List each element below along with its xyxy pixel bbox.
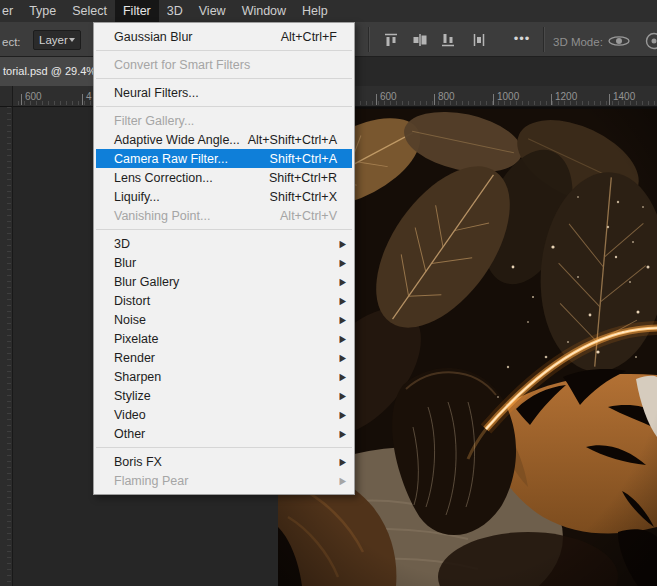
menu-separator — [96, 447, 352, 448]
menu-item-vanishing-point: Vanishing Point...Alt+Ctrl+V — [94, 206, 354, 225]
ruler-major-tick — [82, 94, 83, 105]
menu-item-stylize[interactable]: Stylize▶ — [94, 386, 354, 405]
3d-mode-label: 3D Mode: — [553, 36, 603, 48]
menu-separator — [96, 78, 352, 79]
roll-3d-icon[interactable] — [642, 32, 657, 54]
document-tab-title: torial.psd @ 29.4% — [3, 65, 96, 77]
menu-item-label: Liquify... — [114, 190, 160, 204]
menu-item-video[interactable]: Video▶ — [94, 405, 354, 424]
menu-item-shortcut: Shift+Ctrl+A — [270, 152, 337, 166]
menu-item-label: Camera Raw Filter... — [114, 152, 228, 166]
align-horizontal-centers-button[interactable] — [412, 32, 428, 48]
menu-item-label: 3D — [114, 237, 130, 251]
menu-item-label: Blur — [114, 256, 136, 270]
menu-item-label: Pixelate — [114, 332, 158, 346]
menu-item-other[interactable]: Other▶ — [94, 424, 354, 443]
submenu-arrow-icon: ▶ — [339, 409, 346, 421]
select-label: ect: — [2, 36, 21, 48]
menu-item-liquify[interactable]: Liquify...Shift+Ctrl+X — [94, 187, 354, 206]
ruler-label: 1400 — [613, 91, 635, 102]
ruler-label: 4 — [86, 91, 92, 102]
submenu-arrow-icon: ▶ — [339, 456, 346, 468]
menu-item-label: Adaptive Wide Angle... — [114, 133, 240, 147]
menu-item-label: Noise — [114, 313, 146, 327]
ruler-major-tick — [376, 94, 377, 105]
menu-item-sharpen[interactable]: Sharpen▶ — [94, 367, 354, 386]
menu-item-camera-raw-filter[interactable]: Camera Raw Filter...Shift+Ctrl+A — [96, 149, 352, 168]
menu-item-distort[interactable]: Distort▶ — [94, 291, 354, 310]
submenu-arrow-icon: ▶ — [339, 276, 346, 288]
vertical-ruler — [0, 107, 13, 586]
submenu-arrow-icon: ▶ — [339, 257, 346, 269]
menu-item-label: Neural Filters... — [114, 86, 199, 100]
menubar-item-filter[interactable]: Filter — [115, 0, 159, 22]
menu-item-shortcut: Alt+Shift+Ctrl+A — [248, 133, 337, 147]
photoshop-window: erTypeSelectFilter3DViewWindowHelp ect: … — [0, 0, 657, 586]
menu-item-label: Distort — [114, 294, 150, 308]
menubar-item-select[interactable]: Select — [64, 0, 115, 22]
menubar-item-er[interactable]: er — [0, 0, 21, 22]
menu-item-pixelate[interactable]: Pixelate▶ — [94, 329, 354, 348]
ruler-major-tick — [551, 94, 552, 105]
menu-bar: erTypeSelectFilter3DViewWindowHelp — [0, 0, 657, 22]
menu-item-label: Convert for Smart Filters — [114, 58, 250, 72]
ruler-major-tick — [609, 94, 610, 105]
menu-item-label: Lens Correction... — [114, 171, 213, 185]
menu-item-render[interactable]: Render▶ — [94, 348, 354, 367]
ruler-label: 600 — [380, 91, 397, 102]
menu-item-adaptive-wide-angle[interactable]: Adaptive Wide Angle...Alt+Shift+Ctrl+A — [94, 130, 354, 149]
ruler-major-tick — [21, 94, 22, 105]
menu-item-label: Other — [114, 427, 145, 441]
menu-item-flaming-pear: Flaming Pear▶ — [94, 471, 354, 490]
chevron-down-icon — [69, 38, 75, 42]
menu-item-label: Blur Gallery — [114, 275, 179, 289]
menubar-item-type[interactable]: Type — [21, 0, 64, 22]
menu-item-shortcut: Shift+Ctrl+X — [270, 190, 337, 204]
menu-item-label: Boris FX — [114, 455, 162, 469]
menubar-item-view[interactable]: View — [191, 0, 234, 22]
submenu-arrow-icon: ▶ — [339, 295, 346, 307]
submenu-arrow-icon: ▶ — [339, 314, 346, 326]
menu-item-3d[interactable]: 3D▶ — [94, 234, 354, 253]
menu-item-gaussian-blur[interactable]: Gaussian BlurAlt+Ctrl+F — [94, 27, 354, 46]
menu-item-shortcut: Alt+Ctrl+V — [280, 209, 337, 223]
layer-dropdown[interactable]: Layer — [33, 30, 81, 50]
submenu-arrow-icon: ▶ — [339, 428, 346, 440]
ruler-major-tick — [493, 94, 494, 105]
align-top-edges-button[interactable] — [383, 32, 399, 48]
menu-item-blur-gallery[interactable]: Blur Gallery▶ — [94, 272, 354, 291]
menu-item-boris-fx[interactable]: Boris FX▶ — [94, 452, 354, 471]
submenu-arrow-icon: ▶ — [339, 371, 346, 383]
submenu-arrow-icon: ▶ — [339, 238, 346, 250]
menu-item-lens-correction[interactable]: Lens Correction...Shift+Ctrl+R — [94, 168, 354, 187]
submenu-arrow-icon: ▶ — [339, 352, 346, 364]
menu-item-label: Gaussian Blur — [114, 30, 193, 44]
orbit-3d-icon[interactable] — [606, 33, 632, 53]
submenu-arrow-icon: ▶ — [339, 475, 346, 487]
distribute-centers-button[interactable] — [471, 32, 487, 48]
menu-separator — [96, 229, 352, 230]
submenu-arrow-icon: ▶ — [339, 390, 346, 402]
toolbar-separator — [368, 27, 370, 52]
menubar-item-help[interactable]: Help — [294, 0, 336, 22]
menu-item-label: Flaming Pear — [114, 474, 188, 488]
toolbar-separator — [543, 27, 545, 52]
menu-item-convert-for-smart-filters: Convert for Smart Filters — [94, 55, 354, 74]
layer-dropdown-value: Layer — [39, 34, 68, 46]
menu-separator — [96, 106, 352, 107]
ruler-major-tick — [434, 94, 435, 105]
ruler-label: 800 — [438, 91, 455, 102]
menubar-item-window[interactable]: Window — [234, 0, 294, 22]
submenu-arrow-icon: ▶ — [339, 333, 346, 345]
menu-item-blur[interactable]: Blur▶ — [94, 253, 354, 272]
menubar-item-3d[interactable]: 3D — [159, 0, 191, 22]
ruler-corner — [0, 86, 13, 107]
menu-item-neural-filters[interactable]: Neural Filters... — [94, 83, 354, 102]
more-options-icon[interactable]: ••• — [505, 30, 539, 49]
align-bottom-edges-button[interactable] — [440, 32, 456, 48]
menu-item-shortcut: Shift+Ctrl+R — [269, 171, 337, 185]
ruler-label: 600 — [25, 91, 42, 102]
ruler-label: 1000 — [497, 91, 519, 102]
menu-item-label: Stylize — [114, 389, 151, 403]
menu-item-noise[interactable]: Noise▶ — [94, 310, 354, 329]
